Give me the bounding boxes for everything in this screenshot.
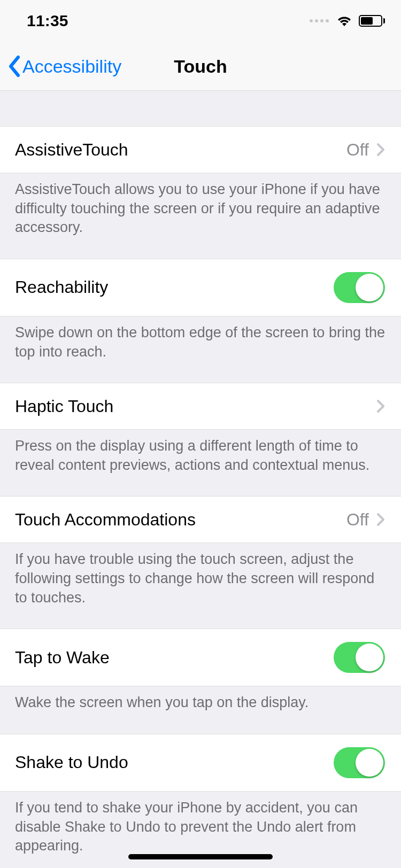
status-time: 11:35 <box>27 12 68 30</box>
back-label: Accessibility <box>22 56 121 77</box>
chevron-right-icon <box>376 143 385 157</box>
status-right <box>310 15 385 27</box>
taptowake-row: Tap to Wake <box>0 629 401 686</box>
chevron-right-icon <box>376 513 385 526</box>
shaketoundo-toggle[interactable] <box>334 747 385 778</box>
reachability-label: Reachability <box>15 277 334 297</box>
back-button[interactable]: Accessibility <box>7 42 121 91</box>
reachability-toggle[interactable] <box>334 272 385 303</box>
battery-icon <box>359 15 385 27</box>
chevron-right-icon <box>376 399 385 413</box>
reachability-row: Reachability <box>0 259 401 316</box>
chevron-left-icon <box>7 55 20 78</box>
haptictouch-row[interactable]: Haptic Touch <box>0 383 401 430</box>
taptowake-toggle[interactable] <box>334 642 385 673</box>
nav-bar: Accessibility Touch <box>0 42 401 91</box>
touchaccom-row[interactable]: Touch Accommodations Off <box>0 496 401 543</box>
home-indicator[interactable] <box>128 854 273 859</box>
shaketoundo-label: Shake to Undo <box>15 753 334 772</box>
wifi-icon <box>336 15 352 27</box>
assistivetouch-footer: AssistiveTouch allows you to use your iP… <box>0 173 401 259</box>
reachability-footer: Swipe down on the bottom edge of the scr… <box>0 316 401 383</box>
haptictouch-label: Haptic Touch <box>15 397 376 416</box>
touchaccom-footer: If you have trouble using the touch scre… <box>0 542 401 629</box>
assistivetouch-value: Off <box>346 140 369 160</box>
taptowake-footer: Wake the screen when you tap on the disp… <box>0 686 401 734</box>
haptictouch-footer: Press on the display using a different l… <box>0 429 401 496</box>
cellular-icon <box>310 19 329 22</box>
shaketoundo-row: Shake to Undo <box>0 734 401 792</box>
taptowake-label: Tap to Wake <box>15 648 334 668</box>
content-scroll[interactable]: AssistiveTouch Off AssistiveTouch allows… <box>0 91 401 868</box>
assistivetouch-row[interactable]: AssistiveTouch Off <box>0 126 401 173</box>
status-bar: 11:35 <box>0 0 401 42</box>
touchaccom-value: Off <box>346 510 369 530</box>
touchaccom-label: Touch Accommodations <box>15 510 346 530</box>
assistivetouch-label: AssistiveTouch <box>15 140 346 160</box>
section-spacer <box>0 91 401 126</box>
